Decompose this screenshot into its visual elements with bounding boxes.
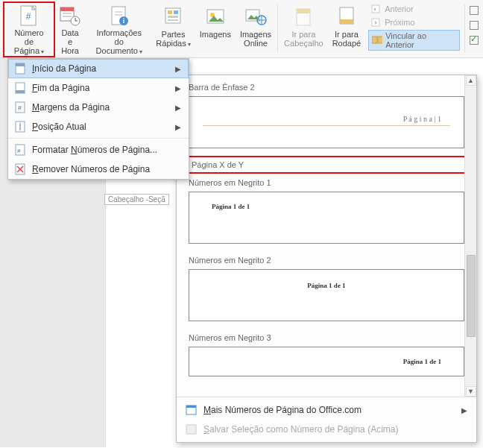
more-from-office[interactable]: Mais Números de Página do Office.com ▶ <box>180 400 473 420</box>
svg-rect-47 <box>186 406 196 408</box>
save-selection: Salvar Seleção como Número de Página (Ac… <box>180 420 473 439</box>
section-bold-3: Números em Negrito 3 <box>187 329 472 345</box>
images-button[interactable]: Imagens <box>195 3 236 56</box>
images-label: Imagens <box>200 30 231 48</box>
goto-footer-icon <box>335 4 359 28</box>
images-online-icon <box>244 4 268 28</box>
submenu-remove-numbers[interactable]: Remover Números de Página <box>8 160 189 179</box>
goto-footer-button[interactable]: Ir para Rodapé <box>328 3 366 56</box>
preview-accent-text: P á g i n a | 1 <box>403 115 441 123</box>
section-accent-bar-2: Barra de Ênfase 2 <box>187 78 472 95</box>
page-number-icon: # <box>17 4 41 27</box>
section-bold-1: Números em Negrito 1 <box>187 174 472 190</box>
chevron-right-icon: ▶ <box>175 65 181 73</box>
gallery-scrollbar[interactable]: ▲ ▼ <box>464 75 476 397</box>
svg-text:#: # <box>17 148 21 154</box>
margins-icon: # <box>14 101 26 113</box>
remove-numbers-icon <box>14 163 26 175</box>
scroll-down-button[interactable]: ▼ <box>466 386 476 397</box>
quick-parts-label: Partes Rápidas▾ <box>156 30 190 49</box>
page-number-gallery: Barra de Ênfase 2 P á g i n a | 1 Página… <box>176 75 477 443</box>
submenu-current-position[interactable]: Posição Atual ▶ <box>8 117 189 136</box>
chevron-right-icon: ▶ <box>175 84 181 92</box>
save-selection-icon <box>186 423 198 435</box>
submenu-top-of-page[interactable]: Início da Página ▶ <box>8 59 189 78</box>
svg-rect-31 <box>372 37 377 43</box>
submenu-current-label: Posição Atual <box>32 122 86 132</box>
submenu-top-label: Início da Página <box>32 63 96 74</box>
link-to-previous[interactable]: Vincular ao Anterior <box>368 30 460 51</box>
svg-rect-36 <box>16 90 25 93</box>
nav-previous-label: Anterior <box>385 4 414 13</box>
submenu-remove-label: Remover Números de Página <box>32 164 150 174</box>
goto-header-label: Ir para Cabeçalho <box>284 30 323 48</box>
svg-rect-34 <box>16 63 25 66</box>
svg-rect-32 <box>378 37 382 43</box>
current-position-icon <box>14 121 26 133</box>
svg-rect-16 <box>174 10 178 14</box>
page-number-button[interactable]: # Número de Página▾ <box>4 3 54 56</box>
doc-info-button[interactable]: i Informações do Documento▾ <box>86 3 151 56</box>
submenu-format-numbers[interactable]: # Formatar Números de Página... <box>8 140 189 160</box>
nav-previous[interactable]: Anterior <box>368 3 460 15</box>
scroll-up-button[interactable]: ▲ <box>466 75 476 86</box>
navigation-column: Anterior Próximo Vincular ao Anterior <box>365 3 463 56</box>
bottom-of-page-icon <box>14 82 26 94</box>
preview-bold-2[interactable]: Página 1 de 1 <box>189 269 464 321</box>
preview-bold-1[interactable]: Página 1 de 1 <box>189 192 464 244</box>
more-from-office-label: Mais Números de Página do Office.com <box>203 405 362 415</box>
gallery-body: Barra de Ênfase 2 P á g i n a | 1 Página… <box>177 75 476 397</box>
checkbox-2[interactable] <box>470 21 479 30</box>
nav-next-label: Próximo <box>385 18 414 27</box>
ribbon-separator <box>277 4 278 52</box>
previous-icon <box>371 4 382 14</box>
quick-parts-button[interactable]: Partes Rápidas▾ <box>151 3 195 56</box>
svg-text:#: # <box>26 11 31 22</box>
link-icon <box>372 35 382 45</box>
images-online-button[interactable]: Imagens Online <box>236 3 276 56</box>
preview-bold3-text: Página 1 de 1 <box>403 358 441 365</box>
images-online-label: Imagens Online <box>240 30 271 48</box>
svg-text:#: # <box>18 104 22 112</box>
page-number-submenu: Início da Página ▶ Fim da Página ▶ # Mar… <box>7 58 189 180</box>
office-icon <box>186 404 198 416</box>
submenu-page-margins[interactable]: # Margens da Página ▶ <box>8 98 189 117</box>
section-page-x-of-y: Página X de Y <box>187 156 467 174</box>
goto-header-button[interactable]: Ir para Cabeçalho <box>280 3 328 56</box>
preview-bold2-text: Página 1 de 1 <box>307 282 345 289</box>
svg-text:i: i <box>122 17 124 25</box>
chevron-right-icon: ▶ <box>461 406 467 414</box>
quick-parts-icon <box>162 4 186 28</box>
chevron-right-icon: ▶ <box>175 104 181 112</box>
svg-rect-15 <box>168 10 172 14</box>
ribbon: # Número de Página▾ Data e Hora <box>0 0 483 58</box>
chevron-right-icon: ▶ <box>175 123 181 131</box>
svg-rect-28 <box>340 19 353 24</box>
next-icon <box>371 17 382 28</box>
page-number-label: Número de Página▾ <box>9 28 49 57</box>
format-numbers-icon: # <box>14 144 26 156</box>
svg-rect-3 <box>60 7 74 11</box>
date-time-button[interactable]: Data e Hora <box>54 3 86 56</box>
doc-info-icon: i <box>107 4 131 27</box>
submenu-bottom-of-page[interactable]: Fim da Página ▶ <box>8 78 189 98</box>
goto-header-icon <box>291 4 315 28</box>
svg-rect-26 <box>297 9 310 13</box>
svg-rect-18 <box>168 19 178 21</box>
date-time-label: Data e Hora <box>58 28 82 55</box>
accent-line <box>203 125 450 126</box>
checkbox-1[interactable] <box>470 6 479 15</box>
submenu-bottom-label: Fim da Página <box>32 83 89 93</box>
preview-bold-3[interactable]: Página 1 de 1 <box>189 347 464 376</box>
gallery-footer: Mais Números de Página do Office.com ▶ S… <box>177 397 476 442</box>
scroll-thumb[interactable] <box>467 255 476 337</box>
nav-next[interactable]: Próximo <box>368 16 460 28</box>
images-icon <box>203 4 227 28</box>
checkbox-3[interactable] <box>470 36 479 45</box>
top-of-page-icon <box>14 63 26 75</box>
ribbon-separator <box>464 4 465 52</box>
svg-rect-17 <box>168 16 178 18</box>
preview-accent-bar-2[interactable]: P á g i n a | 1 <box>189 96 464 148</box>
checkbox-column <box>467 3 479 56</box>
section-bold-2: Números em Negrito 2 <box>187 251 472 268</box>
